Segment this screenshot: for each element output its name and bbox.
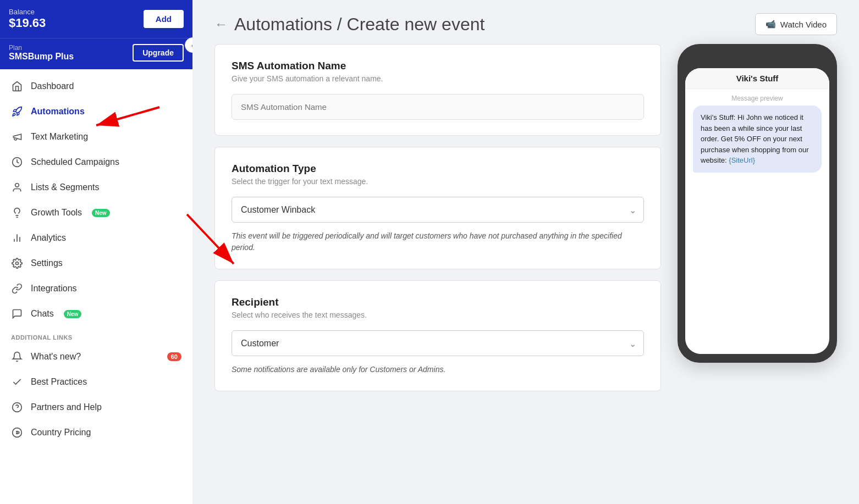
sidebar-item-whats-new[interactable]: What's new? 60: [0, 344, 192, 369]
sidebar-item-analytics[interactable]: Analytics: [0, 225, 192, 251]
svg-point-1: [15, 184, 19, 187]
sidebar-top: Balance $19.63 Add: [0, 0, 192, 38]
type-section-title: Automation Type: [232, 163, 644, 175]
chat-icon: [11, 308, 23, 320]
video-icon: 📹: [766, 19, 776, 29]
sidebar-label-best-practices: Best Practices: [31, 377, 87, 387]
page-header: ← Automations / Create new event 📹 Watch…: [192, 0, 859, 44]
sidebar-item-integrations[interactable]: Integrations: [0, 276, 192, 301]
sidebar-item-best-practices[interactable]: Best Practices: [0, 369, 192, 395]
type-section-subtitle: Select the trigger for your text message…: [232, 177, 644, 186]
sidebar-label-dashboard: Dashboard: [31, 81, 74, 91]
gear-icon: [11, 257, 23, 269]
sidebar-item-settings[interactable]: Settings: [0, 251, 192, 276]
recipient-section-title: Recipient: [232, 296, 644, 308]
watch-video-label: Watch Video: [780, 20, 827, 29]
clock-icon: [11, 156, 23, 168]
sidebar-label-text-marketing: Text Marketing: [31, 132, 88, 142]
sidebar-label-lists-segments: Lists & Segments: [31, 182, 100, 192]
plan-info: Plan SMSBump Plus: [9, 44, 74, 62]
phone-preview: Viki's Stuff Message preview Viki's Stuf…: [678, 44, 837, 402]
sidebar-item-lists-segments[interactable]: Lists & Segments: [0, 175, 192, 200]
whats-new-count: 60: [167, 352, 181, 361]
link-icon: [11, 283, 23, 295]
home-icon: [11, 80, 23, 92]
upgrade-button[interactable]: Upgrade: [133, 44, 184, 62]
phone-notch: [733, 54, 782, 67]
type-section: Automation Type Select the trigger for y…: [214, 147, 661, 269]
balance-label: Balance: [9, 8, 46, 16]
phone-store-name: Viki's Stuff: [685, 68, 829, 89]
sidebar-label-growth-tools: Growth Tools: [31, 208, 82, 218]
additional-links-label: ADDITIONAL LINKS: [0, 326, 192, 344]
form-area: SMS Automation Name Give your SMS automa…: [214, 44, 661, 402]
bell-icon: [11, 351, 23, 363]
back-arrow[interactable]: ←: [214, 16, 228, 32]
sidebar-label-scheduled-campaigns: Scheduled Campaigns: [31, 157, 119, 167]
recipient-select[interactable]: Customer Admin: [232, 330, 644, 356]
sidebar-item-scheduled-campaigns[interactable]: Scheduled Campaigns: [0, 149, 192, 175]
sidebar-label-whats-new: What's new?: [31, 352, 81, 362]
recipient-section: Recipient Select who receives the text m…: [214, 280, 661, 391]
sidebar-label-chats: Chats: [31, 309, 54, 319]
recipient-section-subtitle: Select who receives the text messages.: [232, 311, 644, 319]
message-bubble: Viki's Stuff: Hi John we noticed it has …: [693, 106, 822, 173]
automation-type-select[interactable]: Customer Winback Abandoned Cart Welcome …: [232, 197, 644, 223]
plan-label: Plan: [9, 44, 74, 52]
page-title: Automations / Create new event: [234, 14, 484, 35]
megaphone-icon: [11, 131, 23, 143]
person-icon: [11, 181, 23, 193]
recipient-note: Some notifications are available only fo…: [232, 364, 644, 375]
phone-inner: Viki's Stuff Message preview Viki's Stuf…: [685, 68, 829, 354]
sidebar-label-country-pricing: Country Pricing: [31, 428, 91, 437]
bulb-icon: [11, 207, 23, 219]
help-icon: [11, 401, 23, 413]
main-body: SMS Automation Name Give your SMS automa…: [192, 44, 859, 424]
sidebar-label-integrations: Integrations: [31, 284, 77, 293]
automation-name-input[interactable]: [232, 94, 644, 120]
plan-name: SMSBump Plus: [9, 52, 74, 62]
sidebar-item-dashboard[interactable]: Dashboard: [0, 74, 192, 99]
sidebar-item-partners-help[interactable]: Partners and Help: [0, 395, 192, 420]
site-url: {SiteUrl}: [729, 156, 755, 164]
sidebar-label-analytics: Analytics: [31, 233, 66, 243]
dollar-icon: [11, 427, 23, 439]
name-section-subtitle: Give your SMS automation a relevant name…: [232, 74, 644, 83]
sidebar-item-text-marketing[interactable]: Text Marketing: [0, 124, 192, 149]
breadcrumb: ← Automations / Create new event: [214, 14, 484, 35]
svg-point-7: [16, 262, 19, 265]
sidebar-label-automations: Automations: [31, 107, 85, 117]
watch-video-button[interactable]: 📹 Watch Video: [755, 13, 837, 35]
rocket-icon: [11, 106, 23, 118]
sidebar-item-chats[interactable]: Chats New: [0, 301, 192, 326]
recipient-select-wrapper: Customer Admin ⌄: [232, 330, 644, 356]
sidebar-label-settings: Settings: [31, 258, 63, 268]
automation-type-wrapper: Customer Winback Abandoned Cart Welcome …: [232, 197, 644, 223]
phone-notch-bar: [685, 53, 829, 68]
phone-frame: Viki's Stuff Message preview Viki's Stuf…: [678, 44, 837, 363]
check-icon: [11, 376, 23, 388]
sidebar: Balance $19.63 Add Plan SMSBump Plus Upg…: [0, 0, 192, 504]
sidebar-nav: Dashboard Automations Text Marketing Sch…: [0, 69, 192, 504]
sidebar-item-automations[interactable]: Automations: [0, 99, 192, 124]
sidebar-label-partners-help: Partners and Help: [31, 402, 102, 412]
add-button[interactable]: Add: [144, 10, 184, 28]
message-preview-label: Message preview: [685, 89, 829, 106]
plan-section: Plan SMSBump Plus Upgrade: [0, 38, 192, 69]
balance-amount: $19.63: [9, 16, 46, 30]
sidebar-item-country-pricing[interactable]: Country Pricing: [0, 420, 192, 445]
main-content: ← Automations / Create new event 📹 Watch…: [192, 0, 859, 504]
growth-tools-badge: New: [92, 209, 110, 217]
chats-badge: New: [64, 310, 82, 318]
name-section-title: SMS Automation Name: [232, 60, 644, 72]
name-section: SMS Automation Name Give your SMS automa…: [214, 44, 661, 136]
type-description: This event will be triggered periodicall…: [232, 230, 644, 253]
chart-icon: [11, 232, 23, 244]
sidebar-item-growth-tools[interactable]: Growth Tools New: [0, 200, 192, 225]
balance-section: Balance $19.63: [9, 8, 46, 30]
